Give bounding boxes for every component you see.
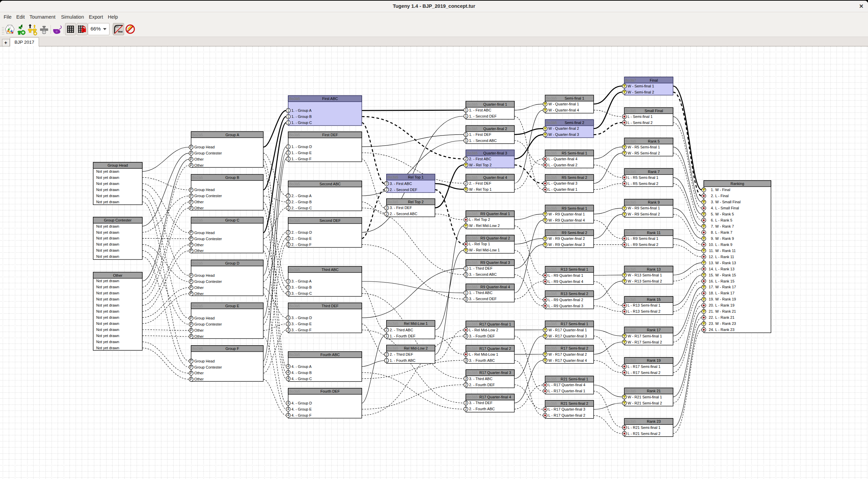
svg-text:Not yet drawn: Not yet drawn — [96, 328, 119, 332]
svg-text:P: P — [190, 194, 192, 197]
svg-text:Bo3à5: Bo3à5 — [289, 304, 300, 308]
svg-text:W - R21 Semi-final 1: W - R21 Semi-final 1 — [628, 395, 662, 399]
svg-text:Bo3à5: Bo3à5 — [289, 353, 300, 357]
svg-text:Not yet drawn: Not yet drawn — [96, 236, 119, 240]
svg-text:1. - Third DEF: 1. - Third DEF — [469, 266, 493, 270]
svg-text:6.: 6. — [711, 218, 714, 222]
svg-text:2: 2 — [287, 243, 289, 246]
svg-text:L - R21 Semi-final 1: L - R21 Semi-final 1 — [628, 425, 660, 429]
svg-text:3: 3 — [465, 272, 467, 276]
svg-text:3. - Fourth DEF: 3. - Fourth DEF — [469, 334, 495, 338]
svg-text:10.: 10. — [709, 242, 714, 246]
svg-text:R13 Semi-final 1: R13 Semi-final 1 — [561, 267, 588, 271]
svg-text:L - Final: L - Final — [715, 194, 729, 198]
svg-text:W - Semi-final 2: W - Semi-final 2 — [628, 90, 654, 94]
svg-text:Group Head: Group Head — [194, 230, 215, 234]
svg-text:Bo3à5: Bo3à5 — [388, 200, 398, 204]
svg-text:R9 Quarter-final 2: R9 Quarter-final 2 — [480, 236, 510, 240]
svg-text:4: 4 — [287, 365, 289, 368]
svg-text:W - Rank 15: W - Rank 15 — [715, 273, 736, 277]
svg-text:Not yet drawn: Not yet drawn — [96, 224, 119, 228]
svg-text:1. - First ABC: 1. - First ABC — [469, 108, 491, 112]
svg-text:3.: 3. — [711, 200, 714, 204]
svg-text:Not yet drawn: Not yet drawn — [96, 309, 119, 313]
svg-text:Bo2à5: Bo2à5 — [192, 175, 203, 179]
svg-text:Not yet drawn: Not yet drawn — [96, 303, 119, 307]
svg-text:Group Head: Group Head — [194, 145, 215, 149]
svg-text:P: P — [190, 377, 192, 381]
svg-text:Not yet drawn: Not yet drawn — [96, 175, 119, 179]
svg-text:Bo3à5: Bo3à5 — [546, 206, 557, 210]
svg-text:L - Rank 23: L - Rank 23 — [715, 328, 734, 332]
svg-text:2: 2 — [287, 200, 289, 204]
svg-text:Other: Other — [194, 157, 204, 161]
svg-text:Group Contester: Group Contester — [194, 365, 222, 369]
svg-text:W - Rank 13: W - Rank 13 — [715, 261, 736, 265]
svg-text:Bo3à5: Bo3à5 — [388, 321, 398, 325]
svg-text:Bo3à5: Bo3à5 — [467, 151, 478, 155]
svg-text:R9 Semi-final 2: R9 Semi-final 2 — [562, 230, 587, 234]
svg-text:2. - First DEF: 2. - First DEF — [469, 181, 492, 185]
svg-text:20.: 20. — [709, 303, 714, 307]
svg-text:L - Quarter-final 2: L - Quarter-final 2 — [548, 163, 577, 167]
svg-text:L - R21 Semi-final 2: L - R21 Semi-final 2 — [628, 431, 660, 435]
svg-text:2. - Third DEF: 2. - Third DEF — [390, 352, 413, 356]
svg-text:5.: 5. — [711, 212, 714, 216]
svg-text:Not yet drawn: Not yet drawn — [96, 291, 119, 295]
svg-text:Semi-final 2: Semi-final 2 — [565, 121, 584, 125]
svg-text:Not yet drawn: Not yet drawn — [96, 279, 119, 283]
svg-text:Semi-final 1: Semi-final 1 — [565, 96, 584, 100]
svg-text:1: 1 — [386, 358, 388, 362]
svg-text:Group Contester: Group Contester — [194, 322, 222, 326]
svg-text:W - Rank 5: W - Rank 5 — [715, 212, 734, 216]
svg-text:2. - Third ABC: 2. - Third ABC — [390, 328, 413, 332]
svg-text:L - R5 Semi-final 2: L - R5 Semi-final 2 — [628, 181, 658, 185]
svg-text:1. - Third ABC: 1. - Third ABC — [469, 291, 493, 295]
svg-text:1: 1 — [465, 291, 467, 295]
svg-text:1: 1 — [287, 157, 289, 161]
svg-text:1: 1 — [465, 132, 467, 136]
svg-text:Group A: Group A — [225, 132, 239, 137]
svg-text:L - R17 Semi-final 2: L - R17 Semi-final 2 — [628, 370, 660, 374]
svg-text:Rank 19: Rank 19 — [647, 358, 661, 362]
svg-text:2. - Group D: 2. - Group D — [292, 230, 312, 234]
svg-text:Quarter-final 3: Quarter-final 3 — [483, 151, 507, 155]
svg-text:Other: Other — [194, 285, 204, 289]
svg-text:Bo2à5: Bo2à5 — [192, 347, 203, 351]
svg-text:2: 2 — [465, 383, 467, 387]
svg-text:Bo3à5: Bo3à5 — [289, 218, 300, 223]
svg-text:L - R5 Semi-final 1: L - R5 Semi-final 1 — [628, 175, 658, 179]
svg-text:4: 4 — [287, 371, 289, 374]
svg-text:Bo3à5: Bo3à5 — [546, 96, 557, 100]
svg-text:Fourth ABC: Fourth ABC — [320, 353, 340, 357]
svg-text:1. - Fourth DEF: 1. - Fourth DEF — [390, 334, 416, 338]
svg-text:Final: Final — [650, 78, 658, 82]
svg-text:W - Quarter-final 1: W - Quarter-final 1 — [548, 102, 579, 106]
svg-text:2. - First ABC: 2. - First ABC — [469, 157, 491, 161]
svg-text:Team: Team — [115, 26, 119, 28]
svg-text:P: P — [190, 163, 192, 167]
svg-text:Ranking: Ranking — [731, 182, 744, 186]
svg-text:W - Quarter-final 2: W - Quarter-final 2 — [548, 126, 579, 130]
svg-text:3. - Group E: 3. - Group E — [292, 321, 312, 326]
svg-text:3: 3 — [465, 401, 467, 405]
svg-text:Bo2à5: Bo2à5 — [192, 218, 203, 222]
svg-text:P: P — [190, 328, 192, 332]
svg-text:W - Rel Top 1: W - Rel Top 1 — [469, 187, 492, 191]
svg-text:Bo3à5: Bo3à5 — [546, 175, 557, 180]
svg-text:Fourth DEF: Fourth DEF — [320, 389, 340, 393]
svg-text:2: 2 — [386, 212, 388, 215]
svg-text:Bo3à5: Bo3à5 — [467, 212, 478, 216]
svg-text:3: 3 — [465, 358, 467, 362]
svg-text:Third ABC: Third ABC — [321, 267, 338, 271]
svg-text:3: 3 — [287, 328, 289, 332]
svg-text:Other: Other — [194, 200, 204, 204]
svg-text:1: 1 — [287, 114, 289, 118]
svg-text:Rank 17: Rank 17 — [647, 328, 661, 332]
svg-text:Second DEF: Second DEF — [319, 218, 341, 223]
svg-text:2. - Group C: 2. - Group C — [292, 206, 312, 210]
svg-text:1. - Group A: 1. - Group A — [292, 108, 312, 112]
svg-text:W - Rank 19: W - Rank 19 — [715, 297, 736, 301]
svg-text:W - R17 Quarter-final 1: W - R17 Quarter-final 1 — [548, 328, 587, 332]
svg-text:3. - Third ABC: 3. - Third ABC — [469, 376, 493, 380]
